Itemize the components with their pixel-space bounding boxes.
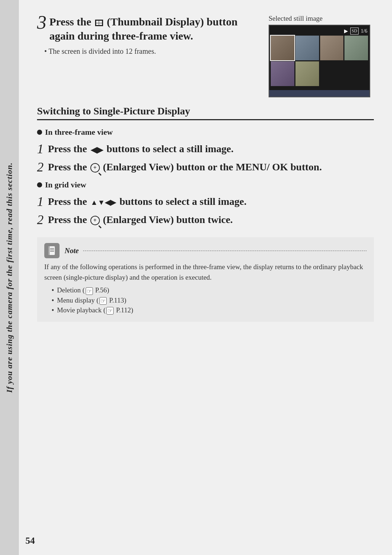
note-title: Note bbox=[65, 247, 367, 255]
page-number: 54 bbox=[25, 535, 35, 546]
grid-view-section: In grid view 1 Press the ▲▼◀▶ buttons to… bbox=[37, 180, 374, 227]
main-content: 3 Press the (Thumbnail Display) button a… bbox=[19, 0, 392, 555]
note-section: Note If any of the following operations … bbox=[37, 237, 374, 321]
sidebar: If you are using the camera for the firs… bbox=[0, 0, 19, 555]
step-num-2b: 2 bbox=[37, 213, 46, 227]
cam-thumb-2 bbox=[295, 36, 319, 60]
note-icon bbox=[44, 243, 60, 258]
step-num-2a: 2 bbox=[37, 160, 46, 175]
cam-thumb-3 bbox=[320, 36, 344, 60]
grid-step2-heading: 2 Press the + (Enlarged View) button twi… bbox=[37, 213, 374, 227]
cam-thumb-1 bbox=[271, 36, 294, 60]
cam-page-num: 1/6 bbox=[361, 28, 367, 34]
note-dashes bbox=[83, 251, 367, 251]
step3-section: 3 Press the (Thumbnail Display) button a… bbox=[37, 15, 374, 97]
step3-heading: 3 Press the (Thumbnail Display) button a… bbox=[37, 15, 258, 43]
three-frame-step1: 1 Press the buttons to select a still im… bbox=[37, 142, 374, 157]
cam-highlight-bar bbox=[269, 90, 369, 97]
three-frame-step1-text: Press the buttons to select a still imag… bbox=[48, 142, 234, 156]
selected-still-label: Selected still image bbox=[269, 15, 374, 23]
step-num-1a: 1 bbox=[37, 142, 46, 157]
ref-icon-1: ☞ bbox=[86, 287, 93, 295]
camera-display: ▶ SD 1/6 bbox=[269, 25, 370, 97]
section-switching: Switching to Single-Picture Display In t… bbox=[37, 105, 374, 227]
grid-step2-text: Press the + (Enlarged View) button twice… bbox=[48, 213, 233, 227]
magnify-symbol-2: + bbox=[93, 218, 97, 223]
three-frame-label: In three-frame view bbox=[37, 127, 374, 137]
cam-thumb-6 bbox=[295, 61, 319, 86]
note-list: Deletion (☞ P.56) Menu display (☞ P.113)… bbox=[52, 286, 367, 314]
bullet-circle-2 bbox=[37, 182, 42, 187]
three-frame-step2: 2 Press the + (Enlarged View) button or … bbox=[37, 160, 374, 175]
grid-step2: 2 Press the + (Enlarged View) button twi… bbox=[37, 213, 374, 227]
svg-rect-1 bbox=[48, 246, 50, 255]
page: If you are using the camera for the firs… bbox=[0, 0, 392, 555]
bullet-circle-1 bbox=[37, 130, 42, 135]
ref-icon-2: ☞ bbox=[99, 297, 107, 305]
cam-status-bar: ▶ SD 1/6 bbox=[344, 28, 367, 35]
thumbnail-display-icon bbox=[95, 20, 103, 26]
note-list-item-2: Menu display (☞ P.113) bbox=[52, 296, 367, 305]
step3-text: 3 Press the (Thumbnail Display) button a… bbox=[37, 15, 269, 56]
cam-thumb-5 bbox=[271, 61, 294, 86]
cam-thumbnails bbox=[271, 36, 368, 86]
cam-thumb-8 bbox=[344, 61, 368, 86]
cam-thumb-4 bbox=[344, 36, 368, 60]
magnify-symbol-1: + bbox=[93, 165, 97, 171]
step3-heading-pre: Press the (Thumbnail Display) button aga… bbox=[49, 16, 237, 42]
grid-step1-text: Press the ▲▼◀▶ buttons to select a still… bbox=[48, 195, 246, 208]
step3-bullet: • The screen is divided into 12 frames. bbox=[44, 47, 258, 56]
note-body: If any of the following operations is pe… bbox=[44, 262, 367, 283]
grid-step1: 1 Press the ▲▼◀▶ buttons to select a sti… bbox=[37, 195, 374, 209]
note-list-item-1: Deletion (☞ P.56) bbox=[52, 286, 367, 295]
three-frame-step2-heading: 2 Press the + (Enlarged View) button or … bbox=[37, 160, 374, 175]
cam-thumb-7 bbox=[320, 61, 344, 86]
section-title: Switching to Single-Picture Display bbox=[37, 105, 374, 120]
three-frame-section: In three-frame view 1 Press the buttons … bbox=[37, 127, 374, 174]
magnify-icon-1: + bbox=[90, 163, 100, 173]
three-frame-step2-text: Press the + (Enlarged View) button or th… bbox=[48, 160, 322, 174]
ref-icon-3: ☞ bbox=[106, 307, 114, 315]
4dir-arrows-icon: ▲▼◀▶ bbox=[91, 198, 116, 207]
grid-view-label: In grid view bbox=[37, 180, 374, 190]
sidebar-text: If you are using the camera for the firs… bbox=[5, 162, 14, 393]
note-list-item-3: Movie playback (☞ P.112) bbox=[52, 306, 367, 315]
camera-screen: Selected still image ▶ SD 1/6 bbox=[269, 15, 374, 97]
step-num-1b: 1 bbox=[37, 195, 46, 209]
note-book-icon bbox=[47, 246, 57, 256]
note-header: Note bbox=[44, 243, 367, 258]
grid-step1-heading: 1 Press the ▲▼◀▶ buttons to select a sti… bbox=[37, 195, 374, 209]
lr-arrows-icon bbox=[91, 145, 103, 155]
cam-sd-icon: SD bbox=[350, 28, 359, 35]
magnify-icon-2: + bbox=[90, 216, 100, 225]
three-frame-step1-heading: 1 Press the buttons to select a still im… bbox=[37, 142, 374, 157]
cam-play-icon: ▶ bbox=[344, 28, 348, 34]
step3-number: 3 bbox=[37, 13, 46, 32]
